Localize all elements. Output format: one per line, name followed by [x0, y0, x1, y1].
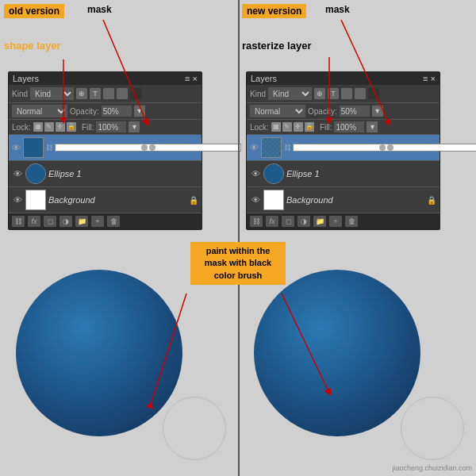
layers-row2-right: Normal Opacity: ▼	[247, 103, 440, 120]
link-shape1-left: ⛓	[46, 144, 52, 151]
lock-icon-1-left[interactable]: ▦	[33, 122, 43, 132]
tb-delete-right[interactable]: 🗑	[345, 216, 358, 227]
kind-select-right[interactable]: Kind	[268, 87, 312, 100]
thumb-mask-shape1-right	[293, 144, 476, 152]
left-panel: old version mask shape layer Layers	[0, 0, 238, 246]
icon-adj-right	[355, 88, 366, 99]
thumb-ellipse1-left	[25, 163, 46, 184]
tb-fx-right[interactable]: fx	[266, 216, 278, 227]
tb-delete-left[interactable]: 🗑	[107, 216, 120, 227]
icon-filter-right: ⊕	[314, 88, 325, 99]
icon-shape-left	[103, 88, 114, 99]
icon-shape-right	[341, 88, 352, 99]
eye-background-right[interactable]: 👁	[250, 194, 261, 205]
old-version-label: old version	[4, 4, 64, 18]
blend-select-right[interactable]: Normal	[250, 105, 305, 117]
tb-new-left[interactable]: +	[91, 216, 104, 227]
layers-panel-right: Layers ≡ × Kind Kind ⊕ T Normal Opacity:…	[246, 71, 440, 230]
layers-row3-right: Lock: ▦ ✎ ✛ 🔒 Fill: ▼	[247, 120, 440, 135]
layer-ellipse1-right[interactable]: 👁 Ellipse 1	[247, 161, 440, 187]
lock-icon-3-right[interactable]: ✛	[294, 122, 303, 132]
lock-icon-2-left[interactable]: ✎	[44, 122, 54, 132]
eye-ellipse1-left[interactable]: 👁	[12, 168, 23, 179]
shape-layer-label: shape layer	[4, 40, 61, 52]
blue-circle-left	[16, 270, 182, 436]
lock-icon-4-left[interactable]: 🔒	[67, 122, 76, 132]
shape1-color-left	[24, 138, 43, 157]
layer-shape1-left[interactable]: 👁 ⛓ Shape 1	[9, 135, 202, 161]
icon-filter-left: ⊕	[76, 88, 87, 99]
shape1-color-right	[262, 138, 281, 157]
opacity-arrow-left: ▼	[134, 106, 145, 117]
tb-mask-left[interactable]: ◻	[44, 216, 56, 227]
layer-ellipse1-left[interactable]: 👁 Ellipse 1	[9, 161, 202, 187]
fill-label-left: Fill:	[82, 123, 94, 132]
opacity-input-left[interactable]	[102, 106, 132, 117]
layers-title-text-left: Layers	[13, 74, 39, 83]
lock-icons-right: ▦ ✎ ✛ 🔒	[271, 122, 314, 132]
mask-dot-left	[141, 144, 148, 151]
tb-adj-left[interactable]: ◑	[60, 216, 72, 227]
mask-dot-right	[379, 144, 386, 151]
thumb-background-right	[263, 190, 284, 210]
eye-shape1-left[interactable]: 👁	[12, 142, 21, 153]
mask-dot2-right	[387, 144, 393, 151]
layer-shape1-right[interactable]: 👁 ⛓ Shape 1	[247, 135, 440, 161]
eye-shape1-right[interactable]: 👁	[250, 142, 259, 153]
lock-icon-4-right[interactable]: 🔒	[305, 122, 314, 132]
fill-arrow-right: ▼	[367, 121, 378, 132]
lock-icon-1-right[interactable]: ▦	[271, 122, 281, 132]
right-panel: new version mask rasterize layer Layers …	[238, 0, 476, 246]
tb-link-right[interactable]: ⛓	[250, 216, 263, 227]
layers-title-left: Layers ≡ ×	[9, 72, 202, 85]
layer-background-right[interactable]: 👁 Background 🔒	[247, 187, 440, 213]
opacity-label-left: Opacity:	[70, 107, 99, 116]
thumb-shape1-right	[261, 137, 282, 158]
tb-new-right[interactable]: +	[329, 216, 342, 227]
layers-panel-icons-right: ≡ ×	[423, 74, 436, 83]
lock-icon-2-right[interactable]: ✎	[282, 122, 292, 132]
blend-select-left[interactable]: Normal	[12, 105, 67, 117]
tb-adj-right[interactable]: ◑	[298, 216, 310, 227]
thumb-background-left	[25, 190, 46, 210]
kind-select-left[interactable]: Kind	[30, 87, 74, 100]
layers-title-right: Layers ≡ ×	[247, 72, 440, 85]
tb-mask-right[interactable]: ◻	[282, 216, 294, 227]
eye-background-left[interactable]: 👁	[12, 194, 23, 205]
layers-row3-left: Lock: ▦ ✎ ✛ 🔒 Fill: ▼	[9, 120, 202, 135]
cutout-circle-right	[401, 397, 464, 460]
layer-background-left[interactable]: 👁 Background 🔒	[9, 187, 202, 213]
tb-fx-left[interactable]: fx	[28, 216, 40, 227]
lock-icon-3-left[interactable]: ✛	[56, 122, 65, 132]
eye-ellipse1-right[interactable]: 👁	[250, 168, 261, 179]
icon-adj-left	[117, 88, 128, 99]
thumb-ellipse1-right	[263, 163, 284, 184]
tb-group-left[interactable]: 📁	[75, 216, 88, 227]
lock-label-right: Lock:	[250, 123, 269, 132]
layers-title-text-right: Layers	[251, 74, 277, 83]
fill-arrow-left: ▼	[129, 121, 140, 132]
thumb-mask-shape1-left	[55, 144, 241, 152]
tb-group-right[interactable]: 📁	[313, 216, 326, 227]
lock-background-left: 🔒	[189, 196, 198, 205]
ellipse-shape-right	[264, 164, 283, 183]
opacity-label-right: Opacity:	[308, 107, 337, 116]
layers-controls-right: Kind Kind ⊕ T	[247, 85, 440, 103]
fill-input-left[interactable]	[96, 121, 126, 132]
link-shape1-right: ⛓	[284, 144, 290, 151]
layer-name-ellipse1-left: Ellipse 1	[48, 169, 82, 178]
layers-panel-left: Layers ≡ × Kind Kind ⊕ T Normal Opacity:…	[8, 71, 202, 230]
rasterize-layer-label: rasterize layer	[242, 40, 311, 52]
tb-link-left[interactable]: ⛓	[12, 216, 25, 227]
icon-dark-left	[130, 88, 141, 99]
icon-dark-right	[368, 88, 379, 99]
layers-controls-left: Kind Kind ⊕ T	[9, 85, 202, 103]
layer-name-ellipse1-right: Ellipse 1	[286, 169, 320, 178]
mask-label-left: mask	[87, 4, 112, 15]
layers-toolbar-left: ⛓ fx ◻ ◑ 📁 + 🗑	[9, 213, 202, 229]
opacity-input-right[interactable]	[340, 106, 370, 117]
kind-label-right: Kind	[250, 90, 266, 98]
blue-circle-right	[254, 270, 420, 436]
fill-input-right[interactable]	[334, 121, 364, 132]
layers-panel-icons-left: ≡ ×	[185, 74, 198, 83]
